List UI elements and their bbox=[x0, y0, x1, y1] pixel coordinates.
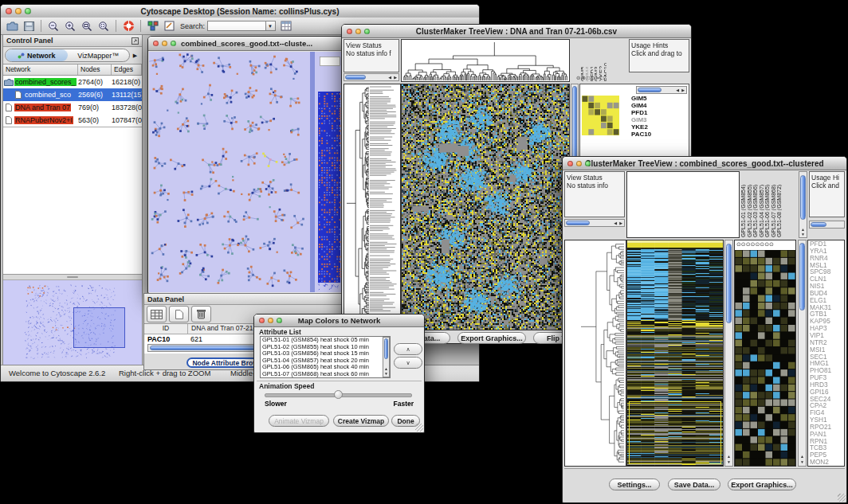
heatmap-main-pane[interactable] bbox=[401, 84, 570, 330]
zoom-button[interactable] bbox=[585, 161, 591, 166]
column-label[interactable]: GPL51-04 (GSM857) bbox=[759, 172, 764, 237]
scroll-right-icon[interactable]: ▶ bbox=[681, 87, 685, 94]
attribute-list-vscrollbar[interactable]: ▲ ▼ bbox=[383, 337, 390, 377]
row-label[interactable]: GIM5 bbox=[631, 95, 651, 102]
zoom-button[interactable] bbox=[277, 318, 282, 323]
zoom-button[interactable] bbox=[364, 29, 370, 34]
column-dendrogram-pane[interactable] bbox=[626, 171, 740, 238]
tab-network[interactable]: Network bbox=[6, 49, 68, 61]
minimize-button[interactable] bbox=[268, 318, 273, 323]
scrollbar-thumb[interactable] bbox=[726, 244, 732, 323]
scrollbar-thumb[interactable] bbox=[811, 222, 826, 227]
row-dendrogram-pane[interactable] bbox=[564, 240, 626, 467]
close-button[interactable] bbox=[153, 41, 159, 46]
network-view-canvas[interactable] bbox=[149, 52, 343, 292]
row-label[interactable]: GIM4 bbox=[631, 102, 651, 109]
usage-hints-scrollbar[interactable] bbox=[809, 221, 845, 229]
view-status-scrollbar[interactable]: ◀ ▶ bbox=[564, 219, 625, 227]
similarity-matrix-thumbnail[interactable] bbox=[582, 96, 619, 135]
scroll-down-icon[interactable]: ▼ bbox=[799, 460, 806, 464]
close-button[interactable] bbox=[259, 318, 265, 323]
save-data-button[interactable]: Save Data... bbox=[668, 479, 720, 490]
row-label[interactable]: GIM3 bbox=[631, 116, 651, 123]
scroll-left-icon[interactable]: ◀ bbox=[676, 87, 679, 94]
attribute-item[interactable]: GPL51-07 (GSM868) heat shock 60 min bbox=[261, 371, 390, 378]
scrollbar-thumb[interactable] bbox=[345, 75, 366, 80]
help-lifebuoy-icon[interactable] bbox=[122, 20, 135, 32]
move-up-button[interactable]: ∧ bbox=[394, 343, 422, 355]
delete-attribute-trash-icon[interactable] bbox=[191, 306, 211, 322]
column-label[interactable]: GPL51-06 (GSM865) bbox=[764, 172, 770, 237]
open-file-icon[interactable] bbox=[6, 20, 18, 32]
treeview2-titlebar[interactable]: ClusterMaker TreeView : combined_scores_… bbox=[563, 157, 846, 170]
minimize-button[interactable] bbox=[15, 8, 22, 14]
network-row[interactable]: combined_scores_ 2764(0) 16218(0) bbox=[3, 76, 142, 88]
column-label[interactable]: GPL51-02 (GSM855) bbox=[747, 172, 752, 237]
gene-name[interactable]: MON2 bbox=[810, 459, 844, 466]
zoom-in-icon[interactable] bbox=[64, 20, 77, 32]
close-button[interactable] bbox=[6, 8, 12, 14]
search-dropdown-icon[interactable]: ▼ bbox=[266, 21, 276, 31]
tab-overflow-icon[interactable]: ▶ bbox=[130, 53, 140, 59]
export-graphics-button[interactable]: Export Graphics... bbox=[728, 479, 796, 490]
scrollbar-thumb[interactable] bbox=[638, 88, 662, 92]
create-vizmap-button[interactable]: Create Vizmap bbox=[333, 415, 389, 427]
scroll-down-icon[interactable]: ▼ bbox=[799, 232, 807, 236]
genelist-vscrollbar[interactable]: ▲ ▼ bbox=[798, 240, 807, 467]
zoom-controls-icons[interactable]: ⊙⊙⊙⊙⊙⊙⊙⊙ bbox=[736, 241, 795, 248]
scroll-down-icon[interactable]: ▼ bbox=[383, 372, 389, 376]
column-dendrogram-pane[interactable] bbox=[401, 39, 570, 82]
settings-button[interactable]: Settings... bbox=[609, 479, 660, 490]
scrollbar-thumb[interactable] bbox=[800, 175, 806, 220]
zoom-out-icon[interactable] bbox=[47, 20, 60, 32]
slider-thumb[interactable] bbox=[334, 390, 343, 399]
scroll-up-icon[interactable]: ▲ bbox=[799, 455, 806, 459]
move-down-button[interactable]: ∨ bbox=[394, 357, 422, 369]
new-attribute-button[interactable] bbox=[169, 306, 189, 322]
heatmap-vscrollbar[interactable]: ▲ ▼ bbox=[724, 240, 733, 467]
close-button[interactable] bbox=[567, 161, 573, 166]
zoom-button[interactable] bbox=[171, 41, 176, 46]
close-button[interactable] bbox=[347, 29, 352, 34]
column-label[interactable]: GPL51-08 (GSM872) bbox=[776, 172, 782, 237]
treeview1-titlebar[interactable]: ClusterMaker TreeView : DNA and Tran 07-… bbox=[342, 25, 691, 38]
zoom-selected-icon[interactable] bbox=[97, 20, 110, 32]
labels-vscrollbar[interactable]: ▲ ▼ bbox=[799, 171, 807, 238]
animate-vizmap-button[interactable]: Animate Vizmap bbox=[269, 415, 329, 427]
heatmap-main-pane[interactable] bbox=[626, 240, 724, 467]
row-label[interactable]: PFD1 bbox=[631, 109, 651, 116]
zoom-view-pane[interactable]: ⊙⊙⊙⊙⊙⊙⊙⊙ bbox=[734, 240, 796, 467]
network-view-titlebar[interactable]: combined_scores_good.txt--cluste... bbox=[148, 37, 345, 51]
minimize-button[interactable] bbox=[355, 29, 361, 34]
network-row[interactable]: DNA and Tran 07 769(0) 183728(0) bbox=[3, 101, 142, 114]
column-label[interactable]: GPL51-01 (GSM854) bbox=[740, 172, 746, 237]
minimize-button[interactable] bbox=[162, 41, 167, 46]
scrollbar-thumb[interactable] bbox=[384, 338, 388, 359]
network-birdseye-view[interactable] bbox=[3, 280, 142, 365]
column-label[interactable]: GPL51-07 (GSM868) bbox=[771, 172, 776, 237]
scroll-right-icon[interactable]: ▶ bbox=[394, 74, 397, 81]
main-titlebar[interactable]: Cytoscape Desktop (Session Name: collins… bbox=[1, 5, 479, 18]
network-row[interactable]: RNAPuberNov2+I 563(0) 107847(0) bbox=[3, 114, 142, 127]
scroll-up-icon[interactable]: ▲ bbox=[725, 455, 732, 459]
scrollbar-thumb[interactable] bbox=[566, 221, 590, 225]
column-label[interactable]: GPL51-03 (GSM856) bbox=[752, 172, 758, 237]
scroll-left-icon[interactable]: ◀ bbox=[388, 74, 391, 81]
row-label[interactable]: YKE2 bbox=[631, 123, 651, 131]
attribute-browser-icon[interactable] bbox=[280, 20, 292, 32]
save-icon[interactable] bbox=[22, 20, 35, 32]
search-input[interactable] bbox=[207, 21, 266, 31]
scroll-down-icon[interactable]: ▼ bbox=[725, 460, 732, 464]
zoom-controls-icons[interactable]: ⊖⊕□⊙≻□ bbox=[576, 75, 613, 81]
resize-grip[interactable] bbox=[838, 494, 846, 502]
tab-vizmapper[interactable]: VizMapper™ bbox=[68, 49, 130, 61]
zoom-button[interactable] bbox=[25, 8, 31, 14]
scroll-right-icon[interactable]: ▶ bbox=[619, 220, 622, 227]
global-hscrollbar[interactable]: ◀ ▶ bbox=[636, 86, 687, 94]
zoom-fit-icon[interactable] bbox=[80, 20, 93, 32]
scroll-left-icon[interactable]: ◀ bbox=[614, 220, 617, 227]
view-status-scrollbar[interactable]: ◀ ▶ bbox=[344, 73, 399, 81]
row-dendrogram-pane[interactable] bbox=[344, 84, 401, 330]
minimize-button[interactable] bbox=[576, 161, 582, 166]
dialog-titlebar[interactable]: Map Colors to Network bbox=[254, 315, 424, 327]
